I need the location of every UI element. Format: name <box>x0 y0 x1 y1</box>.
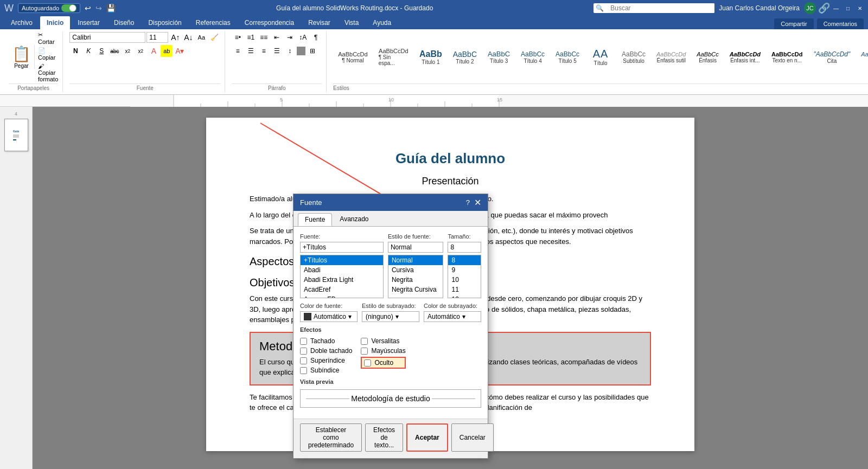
style-cita[interactable]: "AaBbCcDd" Cita <box>808 49 855 66</box>
format-painter-btn[interactable]: 🖌 Copiar formato <box>38 63 58 82</box>
tab-archivo[interactable]: Archivo <box>4 16 39 29</box>
align-right-btn[interactable]: ≡ <box>258 45 270 57</box>
font-color2-btn[interactable]: A▾ <box>174 45 186 57</box>
minimize-btn[interactable]: — <box>832 4 840 12</box>
show-marks-btn[interactable]: ¶ <box>310 31 322 43</box>
share-btn[interactable]: 🔗 <box>820 4 828 12</box>
line-spacing-btn[interactable]: ↕ <box>284 45 296 57</box>
clear-format-btn[interactable]: 🧹 <box>208 31 220 43</box>
bold-btn[interactable]: N <box>69 45 81 57</box>
color-sub-dropdown[interactable]: Automático ▾ <box>424 311 481 322</box>
tab-insertar[interactable]: Insertar <box>71 16 106 29</box>
multilevel-list-btn[interactable]: ≡≡ <box>258 31 270 43</box>
underline-btn[interactable]: S <box>95 45 107 57</box>
title-search-input[interactable] <box>606 3 714 13</box>
efectos-texto-btn[interactable]: Efectos de texto... <box>365 423 403 452</box>
style-normal[interactable]: AaBbCcDd ¶ Normal <box>333 49 372 65</box>
cancelar-btn[interactable]: Cancelar <box>451 423 494 452</box>
font-list-item-1[interactable]: Abadi <box>301 265 383 275</box>
doble-tachado-checkbox[interactable] <box>300 348 307 355</box>
strikethrough-btn[interactable]: abc <box>108 45 120 57</box>
mayusculas-checkbox[interactable] <box>361 348 368 355</box>
change-case-btn[interactable]: Aa <box>195 31 207 43</box>
aceptar-btn[interactable]: Aceptar <box>406 423 448 452</box>
highlight-btn[interactable]: ab <box>161 45 173 57</box>
subindice-checkbox[interactable] <box>300 367 307 374</box>
style-enfasis-sutil[interactable]: AaBbCcDd Énfasis sutil <box>652 49 691 65</box>
tab-correspondencia[interactable]: Correspondencia <box>238 16 301 29</box>
border-btn[interactable]: ⊞ <box>307 45 318 57</box>
numbered-list-btn[interactable]: ≡1 <box>245 31 257 43</box>
tab-disposicion[interactable]: Disposición <box>142 16 188 29</box>
estilo-sub-dropdown[interactable]: (ninguno) ▾ <box>362 311 419 322</box>
dialog-close-btn[interactable]: ✕ <box>474 197 481 208</box>
align-center-btn[interactable]: ☰ <box>245 45 257 57</box>
decrease-font-btn[interactable]: A↓ <box>182 31 194 43</box>
font-list-item-0[interactable]: +Títulos <box>301 255 383 265</box>
align-left-btn[interactable]: ≡ <box>232 45 244 57</box>
subscript-btn[interactable]: x2 <box>122 45 133 57</box>
font-size-input[interactable] <box>146 32 168 43</box>
superscript-btn[interactable]: x2 <box>135 45 146 57</box>
style-subtitulo[interactable]: AaBbCc Subtítulo <box>617 49 650 66</box>
style-list-item-0[interactable]: Normal <box>388 255 443 265</box>
estilo-input[interactable] <box>388 242 444 253</box>
tab-diseno[interactable]: Diseño <box>107 16 141 29</box>
versalitas-checkbox[interactable] <box>361 338 368 345</box>
close-btn[interactable]: ✕ <box>856 4 864 12</box>
fuente-list[interactable]: +Títulos Abadi Abadi Extra Light AcadEre… <box>300 255 384 298</box>
maximize-btn[interactable]: □ <box>844 4 852 12</box>
size-list-item-4[interactable]: 12 <box>448 294 481 298</box>
style-titulo3[interactable]: AaBbC Título 3 <box>483 48 515 66</box>
style-enfasis[interactable]: AaBbCc Énfasis <box>692 49 723 65</box>
superindice-checkbox[interactable] <box>300 357 307 364</box>
cut-btn[interactable]: ✂ Cortar <box>38 31 58 45</box>
tab-inicio[interactable]: Inicio <box>40 16 70 29</box>
font-color-btn[interactable]: A <box>148 45 159 57</box>
size-list-item-3[interactable]: 11 <box>448 285 481 294</box>
justify-btn[interactable]: ☰ <box>271 45 283 57</box>
style-titulo2[interactable]: AaBbC Título 2 <box>448 48 482 66</box>
style-list-item-2[interactable]: Negrita <box>388 275 443 285</box>
copy-btn[interactable]: 📄 Copiar <box>38 47 58 61</box>
autosave-toggle[interactable]: Autoguardado <box>18 3 80 13</box>
style-titulo[interactable]: AA Título <box>585 46 616 68</box>
comentarios-btn[interactable]: Comentarios <box>817 18 864 29</box>
style-toto[interactable]: AaBbCcDd Toto <box>856 49 868 65</box>
bullet-list-btn[interactable]: ≡• <box>232 31 244 43</box>
oculto-checkbox[interactable] <box>364 359 371 367</box>
size-list-item-1[interactable]: 9 <box>448 265 481 275</box>
style-sin-espacio[interactable]: AaBbCcDd ¶ Sin espa... <box>374 46 413 68</box>
autosave-switch[interactable] <box>61 4 76 12</box>
font-list-item-4[interactable]: Agency FB <box>301 294 383 298</box>
increase-font-btn[interactable]: A↑ <box>169 31 181 43</box>
color-fuente-dropdown[interactable]: Automático ▾ <box>300 311 358 322</box>
document-area[interactable]: Guía del alumno Presentación Estimado/a … <box>33 107 868 469</box>
shading-btn[interactable] <box>297 47 305 55</box>
paste-icon[interactable]: 📋 <box>12 45 31 63</box>
style-texto-nn[interactable]: AaBbCcDd Texto en n... <box>767 49 807 65</box>
style-titulo4[interactable]: AaBbCc Título 4 <box>516 49 550 66</box>
page-thumbnail[interactable]: Guía <box>4 119 28 151</box>
redo-btn[interactable]: ↪ <box>95 4 102 12</box>
dialog-tab-avanzado[interactable]: Avanzado <box>333 213 375 226</box>
undo-btn[interactable]: ↩ <box>85 4 91 12</box>
font-name-input[interactable] <box>69 32 145 43</box>
compartir-btn[interactable]: Compartir <box>774 18 813 29</box>
style-titulo1[interactable]: AaBb Título 1 <box>414 48 447 67</box>
style-list-item-1[interactable]: Cursiva <box>388 265 443 275</box>
size-list-item-0[interactable]: 8 <box>448 255 481 265</box>
dialog-help-btn[interactable]: ? <box>466 198 470 207</box>
font-list-item-3[interactable]: AcadEref <box>301 285 383 294</box>
style-enfasis-int[interactable]: AaBbCcDd Énfasis int... <box>725 49 765 65</box>
tab-revisar[interactable]: Revisar <box>302 16 337 29</box>
size-list-item-2[interactable]: 10 <box>448 275 481 285</box>
estilo-list[interactable]: Normal Cursiva Negrita Negrita Cursiva <box>388 255 444 298</box>
tab-vista[interactable]: Vista <box>338 16 365 29</box>
fuente-input[interactable] <box>300 242 384 253</box>
dialog-tab-fuente[interactable]: Fuente <box>298 213 332 226</box>
tamano-input[interactable] <box>448 242 481 253</box>
style-titulo5[interactable]: AaBbCc Título 5 <box>551 49 584 66</box>
tachado-checkbox[interactable] <box>300 338 307 345</box>
tamano-list[interactable]: 8 9 10 11 12 <box>448 255 481 298</box>
